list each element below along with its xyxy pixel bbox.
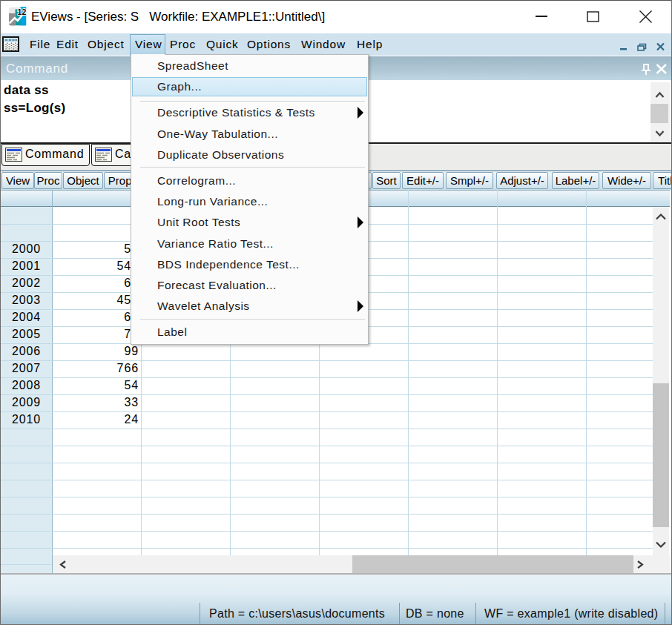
svg-text:12: 12 [18, 7, 27, 16]
